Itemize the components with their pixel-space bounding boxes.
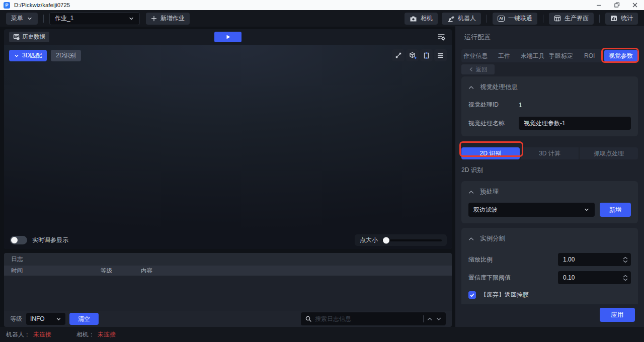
mode-2d-recognition-button[interactable]: 2D识别 bbox=[51, 50, 80, 61]
search-next-icon[interactable] bbox=[436, 316, 442, 321]
ai-link-button[interactable]: AI 一键联通 bbox=[493, 13, 537, 25]
search-divider bbox=[423, 315, 424, 322]
stepper-arrows[interactable] bbox=[623, 256, 628, 263]
run-config-panel: 运行配置 作业信息 工件 末端工具 手眼标定 ROI 视觉参数 返回 视觉处理信… bbox=[455, 26, 644, 327]
confidence-label: 置信度下限阈值 bbox=[468, 274, 519, 282]
status-bar: 机器人： 未连接 相机： 未连接 bbox=[0, 327, 644, 342]
restore-icon bbox=[614, 2, 620, 8]
clear-log-button[interactable]: 清空 bbox=[69, 313, 99, 325]
point-size-label: 点大小 bbox=[360, 236, 378, 244]
hamburger-icon bbox=[437, 53, 444, 58]
display-settings-button[interactable] bbox=[436, 33, 447, 42]
mode-3d-label: 3D匹配 bbox=[22, 51, 42, 60]
viewer-header: 历史数据 bbox=[4, 29, 452, 45]
tab-vision-params[interactable]: 视觉参数 bbox=[604, 50, 637, 62]
apply-button[interactable]: 应用 bbox=[600, 308, 635, 322]
tab-job-info[interactable]: 作业信息 bbox=[461, 52, 490, 60]
add-pointcloud-tool-button[interactable] bbox=[406, 49, 419, 61]
tab-2d-recognition[interactable]: 2D 识别 bbox=[461, 147, 520, 159]
add-filter-button[interactable]: 新增 bbox=[600, 203, 631, 217]
instance-seg-header[interactable]: 实例分割 bbox=[468, 234, 631, 243]
toolbar-divider bbox=[43, 15, 44, 23]
camera-status-value: 未连接 bbox=[98, 330, 116, 339]
back-button[interactable]: 返回 bbox=[461, 64, 495, 74]
camera-button[interactable]: 相机 bbox=[405, 13, 438, 25]
maximize-button[interactable] bbox=[608, 0, 626, 10]
minimize-button[interactable] bbox=[590, 0, 608, 10]
log-table-body bbox=[4, 276, 452, 311]
log-col-content: 内容 bbox=[141, 267, 452, 275]
tab-workpiece[interactable]: 工件 bbox=[490, 52, 519, 60]
log-level-label: 等级 bbox=[10, 315, 22, 323]
fit-box-icon bbox=[423, 52, 430, 59]
robot-icon bbox=[447, 15, 454, 22]
camera-status-label: 相机： bbox=[76, 330, 95, 339]
add-job-button[interactable]: 新增作业 bbox=[146, 13, 190, 25]
robot-label: 机器人 bbox=[458, 14, 476, 23]
production-ui-button[interactable]: 生产界面 bbox=[549, 13, 594, 25]
vision-name-input[interactable] bbox=[519, 117, 631, 130]
measure-tool-button[interactable] bbox=[392, 49, 405, 61]
caret-up-icon bbox=[623, 275, 628, 278]
log-col-level: 等级 bbox=[101, 267, 141, 275]
mode-3d-match-button[interactable]: 3D匹配 bbox=[9, 50, 47, 61]
tab-grasp-point[interactable]: 抓取点处理 bbox=[580, 147, 638, 159]
vision-info-header[interactable]: 视觉处理信息 bbox=[468, 83, 631, 92]
config-scroll-area[interactable]: 视觉处理信息 视觉处理ID 1 视觉处理名称 2D 识别 3D 计算 抓取点处理… bbox=[461, 76, 638, 304]
search-prev-icon[interactable] bbox=[427, 316, 433, 321]
ai-link-label: 一键联通 bbox=[508, 14, 532, 23]
production-label: 生产界面 bbox=[565, 14, 589, 23]
caret-up-icon bbox=[623, 256, 628, 260]
menu-button[interactable]: 菜单 bbox=[6, 13, 38, 25]
stepper-arrows[interactable] bbox=[623, 275, 628, 281]
chevron-down-icon bbox=[14, 53, 19, 58]
point-size-control: 点大小 bbox=[355, 234, 447, 246]
slider-handle[interactable] bbox=[383, 237, 389, 243]
filter-type-select[interactable]: 双边滤波 bbox=[468, 203, 595, 217]
top-toolbar: 菜单 作业_1 新增作业 相机 机器人 AI 一键联通 bbox=[0, 10, 644, 27]
collapse-icon bbox=[468, 86, 474, 90]
history-data-button[interactable]: 历史数据 bbox=[9, 32, 49, 42]
job-select[interactable]: 作业_1 bbox=[49, 12, 140, 25]
robot-button[interactable]: 机器人 bbox=[442, 13, 481, 25]
view-menu-button[interactable] bbox=[434, 49, 447, 61]
fit-view-tool-button[interactable] bbox=[420, 49, 433, 61]
log-level-value: INFO bbox=[30, 315, 45, 322]
confidence-stepper[interactable]: 0.10 bbox=[558, 271, 631, 284]
plus-icon bbox=[151, 16, 157, 22]
job-select-value: 作业_1 bbox=[55, 14, 73, 23]
log-level-select[interactable]: INFO bbox=[26, 313, 65, 325]
menu-label: 菜单 bbox=[11, 14, 23, 23]
mode-2d-label: 2D识别 bbox=[56, 51, 75, 60]
play-icon bbox=[225, 34, 231, 40]
stats-button[interactable]: 统计 bbox=[605, 13, 638, 25]
preprocess-header[interactable]: 预处理 bbox=[468, 188, 631, 196]
run-button[interactable] bbox=[214, 32, 242, 42]
log-search-input[interactable] bbox=[315, 315, 420, 322]
toggle-knob bbox=[11, 237, 18, 243]
preprocess-row: 双边滤波 新增 bbox=[468, 203, 631, 217]
instance-seg-card: 实例分割 缩放比例 1.00 置信度下限阈值 0.10 bbox=[461, 228, 638, 304]
realtime-param-toggle[interactable] bbox=[10, 236, 27, 244]
ai-icon: AI bbox=[498, 16, 505, 22]
tab-hand-eye-calibration[interactable]: 手眼标定 bbox=[547, 52, 576, 60]
vision-info-title: 视觉处理信息 bbox=[480, 83, 518, 92]
point-cloud-canvas[interactable]: 3D匹配 2D识别 bbox=[4, 45, 452, 249]
preprocess-title: 预处理 bbox=[480, 188, 499, 196]
collapse-icon bbox=[468, 237, 474, 241]
collapse-icon bbox=[468, 190, 474, 194]
vision-id-value: 1 bbox=[519, 102, 522, 109]
tab-3d-compute[interactable]: 3D 计算 bbox=[521, 147, 579, 159]
return-mask-checkbox[interactable] bbox=[468, 291, 476, 299]
tab-end-tool[interactable]: 末端工具 bbox=[518, 52, 547, 60]
search-icon bbox=[305, 315, 312, 322]
minimize-icon bbox=[596, 2, 602, 8]
point-size-slider[interactable] bbox=[382, 239, 442, 241]
log-title-label: 日志 bbox=[11, 255, 23, 264]
tab-roi[interactable]: ROI bbox=[575, 52, 604, 59]
scale-stepper[interactable]: 1.00 bbox=[558, 253, 631, 266]
check-icon bbox=[469, 292, 475, 298]
close-button[interactable] bbox=[626, 0, 644, 10]
chevron-down-icon bbox=[56, 316, 61, 322]
toolbar-divider bbox=[487, 15, 487, 23]
